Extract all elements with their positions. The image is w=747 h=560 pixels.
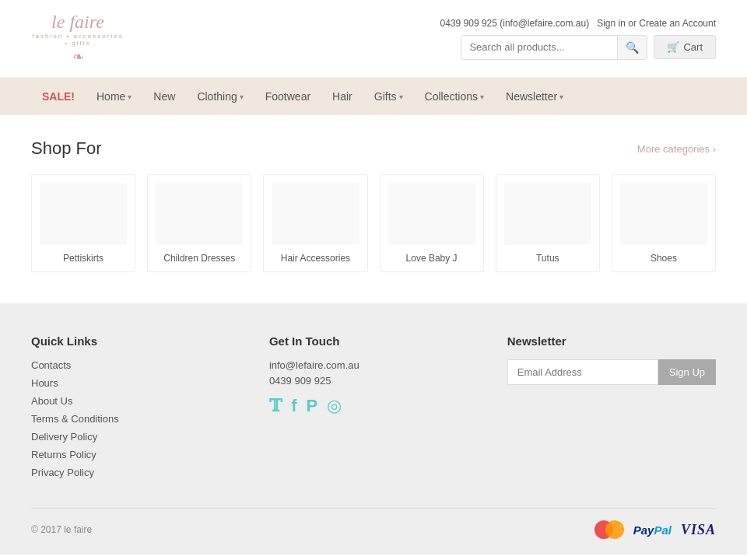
category-label-children-dresses: Children Dresses bbox=[163, 253, 235, 264]
footer-grid: Quick Links Contacts Hours About Us Term… bbox=[31, 334, 716, 485]
category-image-hair-accessories bbox=[272, 183, 359, 245]
nav-item-sale[interactable]: SALE! bbox=[31, 78, 86, 115]
contact-email: info@lefaire.com.au bbox=[269, 359, 476, 371]
category-label-pettiskirts: Pettiskirts bbox=[63, 253, 103, 264]
category-card-tutus[interactable]: Tutus bbox=[496, 174, 600, 272]
search-input[interactable] bbox=[461, 36, 617, 58]
chevron-down-icon-collections: ▾ bbox=[480, 93, 484, 101]
nav-item-gifts[interactable]: Gifts ▾ bbox=[363, 78, 414, 115]
cart-label: Cart bbox=[683, 41, 703, 53]
nav-label-new: New bbox=[153, 90, 175, 103]
logo-ornament: ❧ bbox=[72, 48, 84, 65]
copyright-text: © 2017 le faire bbox=[31, 524, 92, 535]
chevron-down-icon-home: ▾ bbox=[128, 93, 132, 101]
get-in-touch-title: Get In Touch bbox=[269, 334, 476, 348]
newsletter-form: Sign Up bbox=[507, 359, 716, 385]
instagram-icon[interactable]: ◎ bbox=[327, 396, 342, 416]
category-card-children-dresses[interactable]: Children Dresses bbox=[147, 174, 251, 272]
nav-item-collections[interactable]: Collections ▾ bbox=[414, 78, 495, 115]
category-label-tutus: Tutus bbox=[536, 253, 559, 264]
footer-contact: Get In Touch info@lefaire.com.au 0439 90… bbox=[269, 334, 476, 485]
contact-phone: 0439 909 925 bbox=[269, 375, 476, 387]
newsletter-title: Newsletter bbox=[507, 334, 716, 348]
nav-item-clothing[interactable]: Clothing ▾ bbox=[186, 78, 254, 115]
facebook-icon[interactable]: f bbox=[291, 396, 296, 416]
footer-newsletter: Newsletter Sign Up bbox=[507, 334, 716, 485]
nav-label-collections: Collections bbox=[425, 90, 478, 103]
search-button[interactable]: 🔍 bbox=[617, 36, 647, 59]
footer: Quick Links Contacts Hours About Us Term… bbox=[0, 303, 747, 555]
nav-label-hair: Hair bbox=[332, 90, 352, 103]
footer-link-returns[interactable]: Returns Policy bbox=[31, 449, 238, 460]
search-icon: 🔍 bbox=[626, 41, 639, 54]
social-icons-row: 𝕋 f P ◎ bbox=[269, 396, 476, 416]
category-image-children-dresses bbox=[156, 183, 243, 245]
footer-quick-links: Quick Links Contacts Hours About Us Term… bbox=[31, 334, 238, 485]
chevron-down-icon-gifts: ▾ bbox=[399, 93, 403, 101]
category-card-hair-accessories[interactable]: Hair Accessories bbox=[263, 174, 367, 272]
nav-label-sale: SALE! bbox=[42, 90, 75, 103]
footer-link-delivery[interactable]: Delivery Policy bbox=[31, 431, 238, 443]
visa-icon: VISA bbox=[681, 522, 716, 538]
footer-link-hours[interactable]: Hours bbox=[31, 377, 238, 389]
nav-label-clothing: Clothing bbox=[197, 90, 237, 103]
navbar: SALE! Home ▾ New Clothing ▾ Footwear Hai… bbox=[0, 78, 747, 115]
category-image-shoes bbox=[620, 183, 707, 245]
header-contact-row: 0439 909 925 (info@lefaire.com.au) Sign … bbox=[440, 18, 716, 29]
search-form: 🔍 bbox=[461, 35, 647, 60]
category-image-love-baby-j bbox=[388, 183, 475, 245]
nav-label-home: Home bbox=[96, 90, 125, 103]
shop-for-title: Shop For bbox=[31, 138, 102, 159]
footer-link-about[interactable]: About Us bbox=[31, 395, 238, 407]
logo-main: le faire bbox=[51, 12, 104, 33]
contact-text: 0439 909 925 (info@lefaire.com.au) bbox=[440, 18, 590, 29]
nav-item-home[interactable]: Home ▾ bbox=[86, 78, 142, 115]
category-card-pettiskirts[interactable]: Pettiskirts bbox=[31, 174, 135, 272]
category-card-love-baby-j[interactable]: Love Baby J bbox=[380, 174, 484, 272]
nav-item-newsletter[interactable]: Newsletter ▾ bbox=[495, 78, 574, 115]
mastercard-icon bbox=[594, 520, 624, 539]
paypal-icon: PayPal bbox=[633, 523, 672, 537]
cart-button[interactable]: 🛒 Cart bbox=[654, 35, 716, 59]
categories-grid: Pettiskirts Children Dresses Hair Access… bbox=[31, 174, 716, 272]
category-image-tutus bbox=[504, 183, 591, 245]
footer-link-contacts[interactable]: Contacts bbox=[31, 359, 238, 371]
header-right: 0439 909 925 (info@lefaire.com.au) Sign … bbox=[440, 18, 716, 60]
nav-label-gifts: Gifts bbox=[374, 90, 397, 103]
nav-label-footwear: Footwear bbox=[265, 90, 310, 103]
category-label-love-baby-j: Love Baby J bbox=[406, 253, 458, 264]
category-card-shoes[interactable]: Shoes bbox=[612, 174, 716, 272]
cart-icon: 🛒 bbox=[667, 41, 679, 53]
logo-decorative: fashion • accessories • gifts bbox=[31, 33, 124, 47]
footer-link-terms[interactable]: Terms & Conditions bbox=[31, 413, 238, 425]
nav-item-hair[interactable]: Hair bbox=[321, 78, 363, 115]
category-label-hair-accessories: Hair Accessories bbox=[281, 253, 350, 264]
category-image-pettiskirts bbox=[40, 183, 127, 245]
chevron-down-icon-clothing: ▾ bbox=[240, 93, 244, 101]
or-text: or bbox=[628, 18, 639, 29]
signin-link[interactable]: Sign in bbox=[597, 18, 626, 29]
shop-for-header: Shop For More categories › bbox=[31, 138, 716, 159]
signup-button[interactable]: Sign Up bbox=[658, 359, 716, 385]
footer-link-privacy[interactable]: Privacy Policy bbox=[31, 467, 238, 478]
header-search-row: 🔍 🛒 Cart bbox=[461, 35, 716, 60]
more-categories-link[interactable]: More categories › bbox=[637, 143, 716, 155]
main-content: Shop For More categories › Pettiskirts C… bbox=[0, 115, 747, 303]
nav-label-newsletter: Newsletter bbox=[506, 90, 557, 103]
chevron-down-icon-newsletter: ▾ bbox=[559, 93, 563, 101]
category-label-shoes: Shoes bbox=[651, 253, 677, 264]
email-input[interactable] bbox=[507, 359, 658, 385]
payment-icons: PayPal VISA bbox=[594, 520, 716, 539]
nav-item-footwear[interactable]: Footwear bbox=[254, 78, 321, 115]
quick-links-title: Quick Links bbox=[31, 334, 238, 348]
footer-bottom: © 2017 le faire PayPal VISA bbox=[31, 508, 716, 539]
create-account-link[interactable]: Create an Account bbox=[639, 18, 716, 29]
header: le faire fashion • accessories • gifts ❧… bbox=[0, 0, 747, 78]
twitter-icon[interactable]: 𝕋 bbox=[269, 396, 282, 416]
logo-area: le faire fashion • accessories • gifts ❧ bbox=[31, 12, 124, 65]
pinterest-icon[interactable]: P bbox=[307, 396, 318, 416]
nav-item-new[interactable]: New bbox=[142, 78, 186, 115]
